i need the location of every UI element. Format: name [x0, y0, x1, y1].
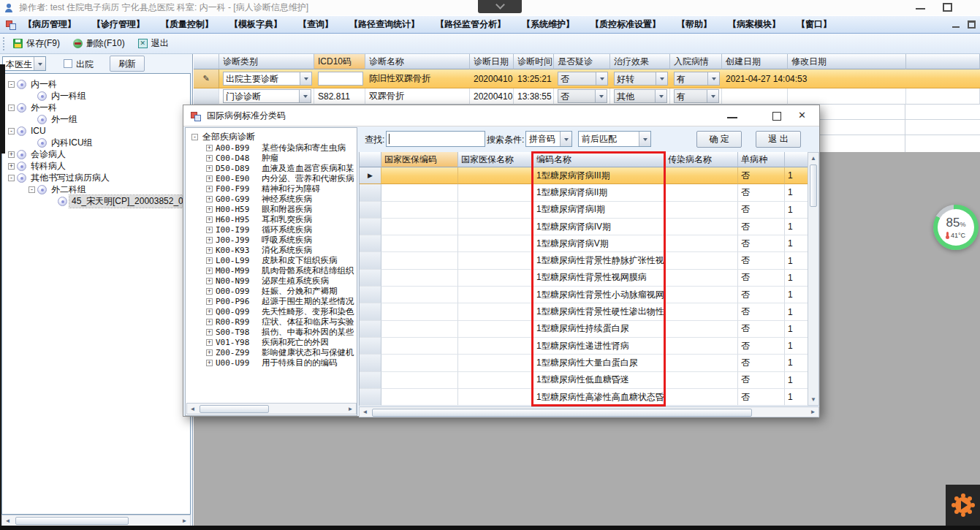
insurance-code-cell[interactable]: [381, 372, 458, 389]
menu-item[interactable]: 【质量控制】: [153, 16, 221, 33]
insurance-code-cell[interactable]: [381, 184, 458, 201]
ok-button[interactable]: 确 定: [696, 131, 742, 148]
tree-expander-icon[interactable]: [206, 339, 213, 346]
icd-range-name[interactable]: 内分泌、营养和代谢疾病: [262, 173, 354, 184]
scroll-left-icon[interactable]: ◄: [360, 407, 371, 417]
tree-expander-icon[interactable]: [206, 257, 213, 264]
icd-range-code[interactable]: U00-U99: [216, 358, 262, 368]
table-row[interactable]: ▶ 1型糖尿病肾病I期 否 1: [360, 202, 808, 219]
infectious-cell[interactable]: [665, 372, 738, 389]
single-disease-cell[interactable]: 否: [738, 338, 785, 355]
tree-expander-icon[interactable]: [8, 81, 15, 88]
single-disease-cell[interactable]: 否: [738, 303, 785, 320]
scroll-right-icon[interactable]: ►: [179, 515, 190, 526]
icd-range-name[interactable]: 肌肉骨骼系统和结缔组织: [262, 265, 354, 276]
insurance-code-cell[interactable]: [381, 338, 458, 355]
tree-node[interactable]: 转科病人: [2, 160, 190, 172]
icd-tree-node[interactable]: N00-N99 泌尿生殖系统疾病: [186, 276, 357, 286]
table-row[interactable]: ▶ 1型糖尿病肾病III期 否 1: [360, 167, 808, 184]
icd-range-name[interactable]: 用于特殊目的的编码: [262, 357, 338, 368]
doctor-filter-combo[interactable]: 本医生: [2, 56, 46, 71]
scroll-right-icon[interactable]: ►: [808, 407, 818, 417]
icd-range-code[interactable]: E00-E90: [216, 174, 262, 183]
icd-range-code[interactable]: Q00-Q99: [216, 307, 262, 317]
delete-button[interactable]: 删除(F10): [68, 35, 130, 52]
icd-tree-node[interactable]: Z00-Z99 影响健康状态和与保健机: [186, 347, 357, 357]
extra-cell[interactable]: 1: [785, 287, 808, 303]
insurance-name-cell[interactable]: [458, 167, 533, 184]
column-header[interactable]: 诊断时间: [514, 54, 554, 69]
icd-tree-node[interactable]: R00-R99 症状、体征和临床与实验: [186, 317, 357, 327]
icd-tree-node[interactable]: V01-Y98 疾病和死亡的外因: [186, 337, 357, 347]
tree-root-node[interactable]: 全部疾病诊断: [186, 132, 357, 143]
table-row[interactable]: ▶ 1型糖尿病性大量白蛋白尿 否 1: [360, 355, 808, 371]
extra-cell[interactable]: 1: [785, 270, 808, 287]
scroll-down-icon[interactable]: ▼: [809, 396, 818, 403]
column-header[interactable]: 创建日期: [722, 54, 788, 69]
insurance-code-cell[interactable]: [381, 167, 458, 184]
tree-node[interactable]: 会诊病人: [2, 148, 190, 160]
insurance-code-cell[interactable]: [381, 321, 458, 338]
icd-tree-node[interactable]: O00-O99 妊娠、分娩和产褥期: [186, 286, 357, 296]
menu-item[interactable]: 【模板字典】: [221, 16, 290, 33]
icd-tree-node[interactable]: D50-D89 血液及造血器官疾病和某: [186, 163, 357, 173]
tree-expander-icon[interactable]: [206, 165, 213, 172]
mdi-minimize-icon[interactable]: [952, 20, 960, 29]
single-disease-cell[interactable]: 否: [738, 252, 785, 269]
extra-cell[interactable]: 1: [785, 338, 808, 355]
combo-arrow-icon[interactable]: [595, 90, 607, 102]
combo-arrow-icon[interactable]: [34, 57, 45, 70]
column-header[interactable]: 国家医保名称: [458, 152, 533, 167]
icd-range-name[interactable]: 影响健康状态和与保健机: [262, 347, 354, 358]
tree-expander-icon[interactable]: [206, 227, 213, 233]
icd-range-code[interactable]: H60-H95: [216, 215, 262, 224]
icd-code-cell[interactable]: [314, 69, 365, 88]
tree-node[interactable]: 外一科: [2, 102, 190, 113]
icd-range-code[interactable]: Z00-Z99: [216, 348, 262, 357]
icd-code-cell[interactable]: S82.811: [314, 88, 365, 105]
table-row[interactable]: ▶ 1型糖尿病性高渗性高血糖状态昏迷 否 1: [360, 389, 808, 406]
scroll-thumb[interactable]: [200, 405, 269, 413]
column-header[interactable]: 国家医保编码: [381, 152, 458, 167]
tree-expander-icon[interactable]: [206, 196, 213, 202]
maximize-icon[interactable]: [943, 3, 952, 12]
infectious-cell[interactable]: [665, 321, 738, 338]
insurance-name-cell[interactable]: [458, 202, 533, 219]
column-header[interactable]: 诊断类别: [219, 54, 314, 69]
code-name-cell[interactable]: 1型糖尿病肾病IV期: [533, 219, 665, 235]
diagnosis-time-cell[interactable]: 13:25:21: [514, 69, 554, 88]
insurance-code-cell[interactable]: [381, 235, 458, 252]
row-selector-cell[interactable]: ▶: [360, 219, 381, 235]
menu-item[interactable]: 【路径监管分析】: [428, 16, 514, 33]
icd-tree-node[interactable]: E00-E90 内分泌、营养和代谢疾病: [186, 173, 357, 183]
tree-node[interactable]: 其他书写过病历病人: [2, 172, 190, 183]
icd-tree-node[interactable]: C00-D48 肿瘤: [186, 153, 357, 163]
code-name-cell[interactable]: 1型糖尿病肾病V期: [533, 235, 665, 252]
icd-range-name[interactable]: 起源于围生期的某些情况: [262, 296, 354, 307]
icd-range-name[interactable]: 血液及造血器官疾病和某: [262, 163, 354, 174]
icd-range-code[interactable]: A00-B99: [216, 143, 262, 153]
column-header[interactable]: 单病种: [738, 152, 785, 167]
tree-expander-icon[interactable]: [206, 175, 213, 182]
single-disease-cell[interactable]: 否: [738, 219, 785, 235]
tree-root-label[interactable]: 全部疾病诊断: [202, 131, 255, 143]
code-name-cell[interactable]: 1型糖尿病肾病III期: [533, 167, 665, 184]
row-selector-cell[interactable]: ▶: [360, 270, 381, 287]
suspect-cell[interactable]: 否: [554, 88, 610, 105]
icd-tree-node[interactable]: F00-F99 精神和行为障碍: [186, 183, 357, 194]
combo-arrow-icon[interactable]: [656, 72, 667, 85]
column-header[interactable]: 诊断名称: [365, 54, 470, 69]
table-row[interactable]: ▶ 1型糖尿病性背景性小动脉瘤视网.. 否 1: [360, 287, 808, 303]
table-row[interactable]: ▶ 1型糖尿病性持续蛋白尿 否 1: [360, 321, 808, 338]
row-selector-cell[interactable]: ✎: [194, 69, 219, 88]
created-date-cell[interactable]: [722, 88, 788, 105]
effect-cell[interactable]: 其他: [610, 88, 670, 105]
scroll-right-icon[interactable]: ►: [345, 404, 356, 414]
grid-row-selected[interactable]: ✎ 出院主要诊断 陈旧性双踝骨折 20200410 13:25:21 否 好转 …: [194, 69, 980, 88]
tree-expander-icon[interactable]: [8, 151, 15, 158]
infectious-cell[interactable]: [665, 167, 738, 184]
tree-expander-icon[interactable]: [206, 349, 213, 356]
icd-range-name[interactable]: 呼吸系统疾病: [262, 235, 312, 246]
tree-node-label[interactable]: 其他书写过病历病人: [29, 172, 112, 184]
tree-node-label[interactable]: 内一科: [29, 78, 59, 91]
